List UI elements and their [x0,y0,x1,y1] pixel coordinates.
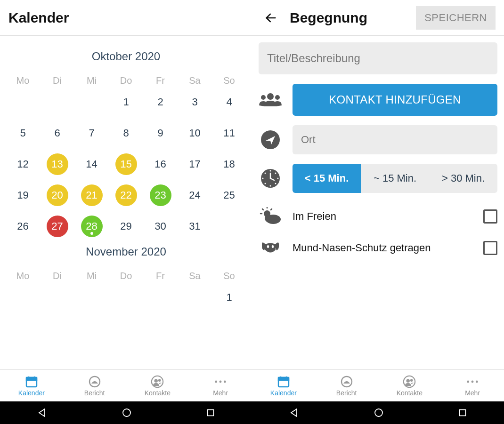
calendar-day[interactable]: 7 [81,122,103,144]
weekday-label: So [212,267,246,285]
calendar-day[interactable]: 19 [12,184,34,206]
calendar-day[interactable]: 9 [150,122,171,144]
weekday-label: Fr [143,267,178,285]
android-recent-button[interactable] [205,408,216,418]
duration-option[interactable]: < 15 Min. [293,164,361,193]
calendar-day[interactable]: 21 [81,184,103,206]
calendar-day[interactable]: 3 [184,91,206,113]
calendar-day[interactable]: 26 [12,216,34,237]
svg-point-36 [224,380,226,383]
svg-point-48 [123,409,130,416]
svg-point-7 [270,170,271,172]
svg-point-46 [471,380,474,383]
save-button[interactable]: SPEICHERN [416,6,496,30]
month-title: Oktober 2020 [6,50,246,63]
svg-point-25 [272,245,274,248]
location-icon [259,129,282,150]
calendar-day[interactable]: 28 [81,216,103,237]
android-home-button[interactable] [373,407,384,418]
people-icon [259,92,282,107]
nav-more[interactable]: Mehr [441,370,504,401]
calendar-day[interactable]: 30 [150,216,171,237]
nav-contacts[interactable]: Kontakte [378,370,441,401]
nav-gauge[interactable]: Bericht [63,370,126,401]
back-button[interactable] [260,9,281,26]
calendar-day[interactable]: 4 [219,91,240,113]
title-input[interactable] [259,42,497,74]
calendar-day[interactable]: 6 [47,122,68,144]
nav-contacts[interactable]: Kontakte [126,370,189,401]
calendar-day[interactable]: 23 [150,184,171,206]
nav-label: Mehr [465,389,480,397]
calendar-day[interactable]: 31 [184,216,206,237]
svg-point-24 [267,245,269,248]
nav-label: Bericht [84,389,105,397]
calendar-day[interactable]: 18 [219,153,240,175]
calendar-day[interactable]: 2 [150,91,171,113]
calendar-day[interactable]: 29 [115,216,137,237]
calendar-day[interactable]: 25 [219,184,240,206]
android-back-button[interactable] [37,407,48,418]
nav-label: Bericht [336,389,357,397]
svg-point-9 [277,178,279,179]
svg-point-32 [154,379,158,382]
duration-option[interactable]: > 30 Min. [429,164,497,193]
outdoor-checkbox[interactable] [483,209,497,224]
calendar-day[interactable]: 15 [115,153,137,175]
weekday-label: Do [109,267,143,285]
weekday-label: Do [109,72,143,90]
svg-rect-27 [26,377,37,380]
android-back-button[interactable] [289,407,300,418]
mask-checkbox[interactable] [483,241,497,255]
calendar-day[interactable]: 16 [150,153,171,175]
calendar-day[interactable]: 11 [219,122,240,144]
gauge-icon [88,375,101,388]
android-home-button[interactable] [121,407,132,418]
weekday-label: Di [40,72,74,90]
weekday-label: Sa [178,72,212,90]
calendar-day[interactable]: 20 [47,184,68,206]
calendar-day[interactable]: 27 [47,216,68,237]
calendar-day[interactable]: 22 [115,184,137,206]
add-contact-button[interactable]: KONTAKT HINZUFÜGEN [293,84,497,116]
more-icon [466,375,479,388]
svg-rect-51 [459,410,465,416]
nav-label: Kontakte [145,389,171,397]
svg-point-47 [476,380,478,383]
calendar-view[interactable]: Oktober 2020MoDiMiDoFrSaSo12345678910111… [0,36,252,369]
nav-more[interactable]: Mehr [189,370,252,401]
location-input[interactable] [293,125,497,154]
svg-rect-49 [207,410,213,416]
duration-option[interactable]: ~ 15 Min. [361,164,429,193]
android-recent-button[interactable] [457,408,468,418]
nav-calendar[interactable]: Kalender [0,370,63,401]
calendar-day[interactable]: 24 [184,184,206,206]
calendar-day[interactable]: 10 [184,122,206,144]
weekday-label: Sa [178,267,212,285]
svg-point-43 [406,379,410,382]
svg-point-10 [275,183,276,184]
calendar-day[interactable]: 17 [184,153,206,175]
calendar-day[interactable]: 1 [115,91,137,113]
clock-icon [259,168,282,189]
svg-point-13 [262,178,264,179]
duration-segmented: < 15 Min.~ 15 Min.> 30 Min. [293,164,497,193]
calendar-day[interactable]: 8 [115,122,137,144]
svg-point-14 [265,173,266,174]
weekday-label: Mi [74,72,109,90]
calendar-day[interactable]: 14 [81,153,103,175]
calendar-day[interactable]: 13 [47,153,68,175]
calendar-day[interactable]: 5 [12,122,34,144]
contacts-icon [403,375,416,388]
calendar-day[interactable]: 1 [219,287,240,308]
svg-point-50 [375,409,382,416]
calendar-day[interactable]: 12 [12,153,34,175]
weekday-label: Mi [74,267,109,285]
calendar-icon [277,375,290,388]
gauge-icon [340,375,353,388]
nav-label: Kontakte [397,389,423,397]
nav-gauge[interactable]: Bericht [315,370,378,401]
page-title: Begegnung [290,10,367,26]
nav-calendar[interactable]: Kalender [252,370,315,401]
svg-line-21 [271,209,272,210]
